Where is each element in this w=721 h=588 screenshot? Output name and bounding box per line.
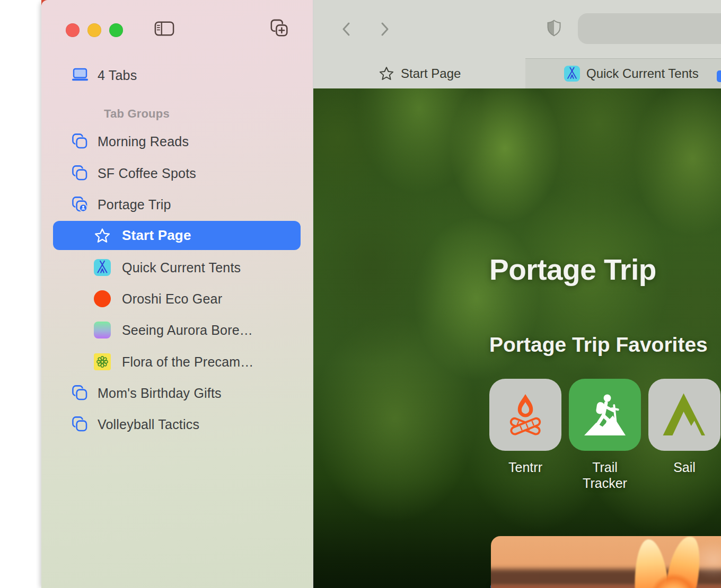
tab-start-page[interactable]: Start Page bbox=[313, 58, 525, 88]
star-icon bbox=[379, 66, 394, 82]
minimize-window-button[interactable] bbox=[87, 23, 101, 37]
tab-group-icon bbox=[71, 132, 89, 150]
zoom-window-button[interactable] bbox=[109, 23, 123, 37]
tab-quick-current-tents[interactable]: Quick Current Tents bbox=[525, 58, 721, 88]
group-label: Volleyball Tactics bbox=[98, 417, 199, 432]
sidebar-item-seeing-aurora[interactable]: Seeing Aurora Bore… bbox=[41, 319, 313, 341]
sidebar-toggle-icon bbox=[154, 21, 174, 37]
sidebar-item-start-page-selected[interactable]: Start Page bbox=[53, 221, 301, 250]
group-label: Morning Reads bbox=[98, 134, 189, 149]
tab-label: Oroshi Eco Gear bbox=[122, 291, 222, 307]
tab-bar: Start Page Quick Current Tents bbox=[313, 58, 721, 88]
star-icon bbox=[93, 227, 111, 245]
hiker-icon bbox=[569, 379, 641, 451]
add-tab-group-icon bbox=[270, 19, 290, 39]
campfire-icon bbox=[489, 379, 561, 451]
sidebar-item-oroshi-eco-gear[interactable]: Oroshi Eco Gear bbox=[41, 288, 313, 309]
favorite-sail[interactable]: Sail bbox=[648, 379, 720, 475]
tab-label: Seeing Aurora Bore… bbox=[122, 323, 253, 338]
group-label: Mom's Birthday Gifts bbox=[98, 386, 222, 401]
sidebar-toggle-button[interactable] bbox=[154, 19, 175, 38]
laptop-icon bbox=[71, 66, 89, 84]
group-label: SF Coffee Spots bbox=[98, 166, 196, 181]
tab-group-icon bbox=[71, 415, 89, 433]
sidebar-item-moms-birthday-gifts[interactable]: Mom's Birthday Gifts bbox=[41, 382, 313, 404]
tab-label: Start Page bbox=[122, 227, 191, 244]
favorite-label: Sail bbox=[648, 459, 720, 475]
sidebar-item-morning-reads[interactable]: Morning Reads bbox=[41, 131, 313, 152]
tab-label: Start Page bbox=[401, 66, 461, 81]
shared-link-card[interactable] bbox=[491, 536, 721, 588]
next-tab-favicon-sliver bbox=[717, 70, 721, 82]
favorite-tentrr[interactable]: Tentrr bbox=[489, 379, 561, 475]
safari-window: 4 Tabs Tab Groups Morning Reads bbox=[41, 0, 721, 588]
favorite-trail-tracker[interactable]: Trail Tracker bbox=[569, 379, 641, 491]
gradient-favicon bbox=[93, 321, 111, 339]
screenshot-root: 4 Tabs Tab Groups Morning Reads bbox=[0, 0, 721, 588]
address-search-field[interactable] bbox=[578, 13, 721, 44]
tab-label: Flora of the Precam… bbox=[122, 354, 254, 370]
sidebar: 4 Tabs Tab Groups Morning Reads bbox=[41, 0, 313, 588]
start-page-title: Portage Trip bbox=[489, 253, 656, 287]
back-icon bbox=[339, 21, 353, 37]
flame-glow bbox=[649, 572, 699, 588]
privacy-report-button[interactable] bbox=[543, 13, 565, 43]
new-tab-group-button[interactable] bbox=[269, 19, 291, 38]
tab-label: Quick Current Tents bbox=[586, 66, 699, 81]
shared-tab-group-icon bbox=[71, 195, 89, 213]
forward-icon bbox=[378, 21, 392, 37]
back-button[interactable] bbox=[336, 19, 357, 39]
close-window-button[interactable] bbox=[66, 23, 80, 37]
favorite-label: Trail Tracker bbox=[569, 459, 641, 491]
flower-favicon bbox=[93, 353, 111, 371]
start-page: Portage Trip Portage Trip Favorites bbox=[313, 88, 721, 588]
favorites-heading: Portage Trip Favorites bbox=[489, 333, 708, 357]
red-circle-favicon bbox=[93, 290, 111, 308]
sidebar-item-all-tabs[interactable]: 4 Tabs bbox=[41, 65, 313, 86]
all-tabs-label: 4 Tabs bbox=[98, 68, 137, 83]
tent-peak-icon bbox=[648, 379, 720, 451]
tab-group-icon bbox=[71, 164, 89, 182]
tab-label: Quick Current Tents bbox=[122, 260, 241, 275]
toolbar bbox=[313, 0, 721, 58]
favorite-label: Tentrr bbox=[489, 459, 561, 475]
sidebar-item-portage-trip[interactable]: Portage Trip bbox=[41, 194, 313, 215]
tab-groups-section-header: Tab Groups bbox=[104, 107, 170, 121]
tent-favicon bbox=[564, 66, 580, 82]
privacy-shield-icon bbox=[546, 18, 562, 38]
sidebar-item-flora-precambrian[interactable]: Flora of the Precam… bbox=[41, 351, 313, 372]
tab-group-icon bbox=[71, 384, 89, 402]
sidebar-item-quick-current-tents[interactable]: Quick Current Tents bbox=[41, 257, 313, 278]
browser-main-area: Start Page Quick Current Tents Portage T… bbox=[313, 0, 721, 588]
sidebar-item-volleyball-tactics[interactable]: Volleyball Tactics bbox=[41, 414, 313, 435]
forward-button[interactable] bbox=[374, 19, 395, 39]
sidebar-item-sf-coffee-spots[interactable]: SF Coffee Spots bbox=[41, 163, 313, 184]
group-label: Portage Trip bbox=[98, 197, 171, 212]
tent-favicon bbox=[93, 259, 111, 277]
